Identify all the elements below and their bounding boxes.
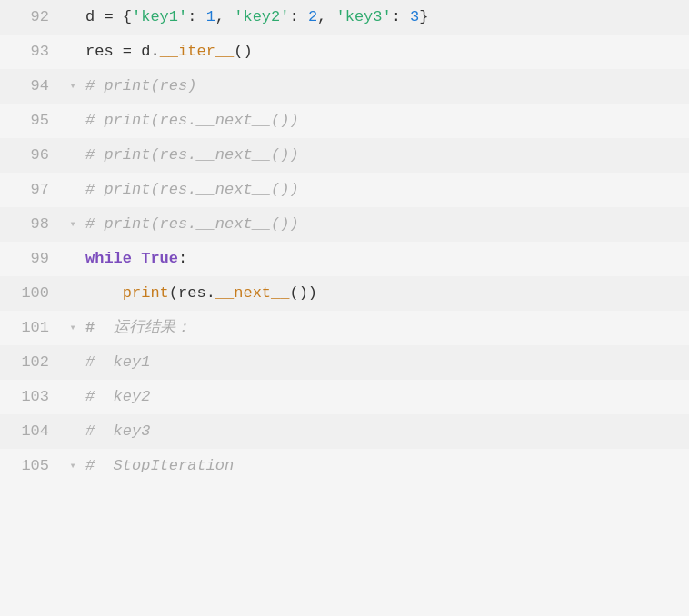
code-line: 101▾# 运行结果： [0,311,689,345]
line-number: 104 [0,414,64,449]
token-builtin: print [85,284,169,302]
line-number: 99 [0,242,64,276]
token-default: ()) [289,284,317,302]
code-content: # key2 [82,380,150,414]
token-comment: # print(res. [85,181,196,198]
token-string: 'key1' [132,8,187,25]
token-default: , [215,8,234,25]
code-content: d = {'key1': 1, 'key2': 2, 'key3': 3} [82,0,429,35]
code-content: res = d.__iter__() [82,35,253,69]
token-comment-kw: # [85,319,95,336]
token-comment: # StopIteration [85,457,234,474]
token-comment: ()) [271,112,299,129]
token-comment: __next__ [196,181,271,198]
code-content: while True: [82,242,187,276]
code-editor: 92d = {'key1': 1, 'key2': 2, 'key3': 3}9… [0,0,689,616]
token-default: : [187,8,205,25]
token-string: 'key2' [234,8,289,25]
code-line: 102# key1 [0,345,689,380]
line-number: 95 [0,104,64,138]
code-line: 104# key3 [0,414,689,449]
token-var: d = { [85,8,132,25]
line-number: 100 [0,276,64,311]
token-number: 3 [410,8,419,25]
code-line: 105▾# StopIteration [0,449,689,483]
token-comment: ()) [271,146,299,164]
code-content: # key3 [82,414,150,449]
code-line: 94▾# print(res) [0,69,689,104]
token-string: 'key3' [335,8,391,25]
token-comment: # print(res) [85,77,196,94]
token-comment: ()) [271,181,299,198]
token-var: res = d. [85,43,160,60]
token-comment: __next__ [196,112,271,129]
code-content: # print(res.__next__()) [82,104,299,138]
code-content: # key1 [82,345,150,380]
token-dunder: __next__ [215,284,290,302]
line-number: 97 [0,173,64,207]
fold-gutter[interactable]: ▾ [64,207,82,242]
fold-gutter[interactable]: ▾ [64,69,82,104]
code-line: 99while True: [0,242,689,276]
token-comment: # key3 [85,422,150,440]
code-content: # print(res.__next__()) [82,173,299,207]
token-default: } [419,8,428,25]
token-default: : [392,8,410,25]
token-chinese: 运行结果： [95,319,190,336]
token-default: (res. [169,284,215,302]
code-line: 98▾# print(res.__next__()) [0,207,689,242]
line-number: 105 [0,449,64,483]
token-comment: # print(res. [85,215,196,233]
line-number: 93 [0,35,64,69]
token-comment: # key1 [85,353,150,371]
token-comment: __next__ [196,146,271,164]
line-number: 98 [0,207,64,242]
token-comment: ()) [271,215,299,233]
token-default: : [289,8,307,25]
line-number: 102 [0,345,64,380]
fold-gutter[interactable]: ▾ [64,311,82,345]
line-number: 101 [0,311,64,345]
code-content: # print(res.__next__()) [82,138,299,173]
token-comment: # key2 [85,388,150,405]
token-keyword: while [85,250,132,267]
code-content: # StopIteration [82,449,234,483]
code-content: # print(res) [82,69,196,104]
code-line: 92d = {'key1': 1, 'key2': 2, 'key3': 3} [0,0,689,35]
token-default [132,250,141,267]
token-comment: # print(res. [85,112,196,129]
line-number: 96 [0,138,64,173]
token-comment: __next__ [196,215,271,233]
code-line: 100 print(res.__next__()) [0,276,689,311]
token-keyword: True [141,250,178,267]
code-line: 95# print(res.__next__()) [0,104,689,138]
line-number: 94 [0,69,64,104]
line-number: 103 [0,380,64,414]
token-default: () [234,43,252,60]
code-content: print(res.__next__()) [82,276,317,311]
fold-gutter[interactable]: ▾ [64,449,82,483]
code-line: 97# print(res.__next__()) [0,173,689,207]
code-content: # print(res.__next__()) [82,207,299,242]
code-line: 93res = d.__iter__() [0,35,689,69]
code-line: 103# key2 [0,380,689,414]
token-default: , [317,8,335,25]
token-dunder: __iter__ [160,43,235,60]
token-comment: # print(res. [85,146,196,164]
token-number: 1 [206,8,215,25]
code-line: 96# print(res.__next__()) [0,138,689,173]
code-content: # 运行结果： [82,311,191,345]
line-number: 92 [0,0,64,35]
token-default: : [178,250,187,267]
token-number: 2 [308,8,317,25]
